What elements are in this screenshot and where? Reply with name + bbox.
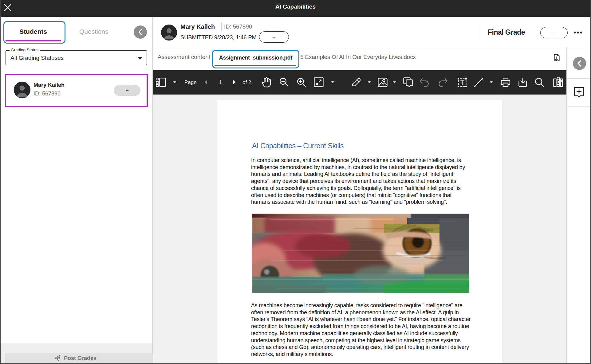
svg-text:Page: Page — [184, 79, 197, 85]
svg-text:1: 1 — [219, 79, 222, 85]
svg-text:of 2: of 2 — [242, 79, 251, 85]
